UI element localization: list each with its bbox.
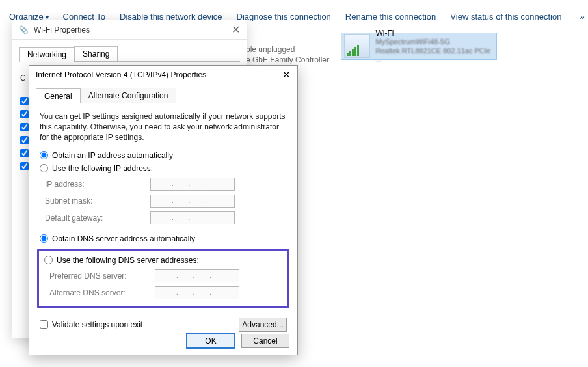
adapter-status-line1: ble unplugged xyxy=(246,44,329,55)
ipv4-description: You can get IP settings assigned automat… xyxy=(40,111,287,143)
radio-ip-auto-label: Obtain an IP address automatically xyxy=(52,151,173,160)
ipv4-tabs: General Alternate Configuration xyxy=(36,88,291,103)
validate-checkbox[interactable] xyxy=(40,320,48,329)
component-checkbox[interactable] xyxy=(20,123,29,131)
ip-group: Obtain an IP address automatically Use t… xyxy=(40,150,287,226)
radio-ip-manual-input[interactable] xyxy=(40,164,48,172)
radio-ip-manual-label: Use the following IP address: xyxy=(52,164,153,173)
radio-ip-auto[interactable]: Obtain an IP address automatically xyxy=(40,150,287,163)
wifi-adapter-text: Wi-Fi MySpectrumWiFi48-5G Realtek RTL882… xyxy=(375,29,494,64)
tab-networking[interactable]: Networking xyxy=(19,47,75,62)
radio-dns-auto[interactable]: Obtain DNS server address automatically xyxy=(40,233,287,246)
wifi-properties-title: Wi-Fi Properties xyxy=(34,25,90,34)
radio-dns-manual-label: Use the following DNS server addresses: xyxy=(57,256,199,265)
signal-bars-icon xyxy=(347,45,359,56)
tab-sharing[interactable]: Sharing xyxy=(74,46,118,61)
component-checkbox[interactable] xyxy=(20,110,29,118)
validate-row: Validate settings upon exit Advanced... xyxy=(40,318,287,332)
alt-dns-input[interactable]: . . . xyxy=(155,286,239,299)
wifi-properties-tabs: Networking Sharing xyxy=(19,46,240,62)
toolbar-overflow-icon[interactable] xyxy=(576,12,584,21)
ipv4-content: You can get IP settings assigned automat… xyxy=(29,103,297,338)
radio-dns-auto-label: Obtain DNS server address automatically xyxy=(52,234,195,243)
ipv4-properties-dialog: Internet Protocol Version 4 (TCP/IPv4) P… xyxy=(29,65,298,355)
wifi-adapter-device: Realtek RTL8821CE 802.11ac PCIe ... xyxy=(375,47,494,64)
ip-address-label: IP address: xyxy=(40,180,150,189)
toolbar-diagnose[interactable]: Diagnose this connection xyxy=(237,12,331,21)
toolbar-rename[interactable]: Rename this connection xyxy=(345,12,436,21)
paperclip-icon: 📎 xyxy=(19,25,29,34)
toolbar-view-status[interactable]: View status of this connection xyxy=(450,12,561,21)
dns-group: Obtain DNS server address automatically … xyxy=(40,233,287,308)
cancel-button[interactable]: Cancel xyxy=(241,334,289,348)
dialog-footer: OK Cancel xyxy=(187,334,289,348)
pref-dns-input[interactable]: . . . xyxy=(155,269,239,282)
alt-dns-label: Alternate DNS server: xyxy=(44,288,155,297)
subnet-input[interactable]: . . . xyxy=(150,195,235,208)
field-pref-dns: Preferred DNS server: . . . xyxy=(44,267,282,284)
field-ip-address: IP address: . . . xyxy=(40,176,287,193)
network-adapter-wifi[interactable]: Wi-Fi MySpectrumWiFi48-5G Realtek RTL882… xyxy=(341,33,497,60)
close-icon[interactable]: ✕ xyxy=(232,23,240,36)
gateway-input[interactable]: . . . xyxy=(150,211,235,224)
radio-ip-manual[interactable]: Use the following IP address: xyxy=(40,163,287,176)
wifi-adapter-icon xyxy=(344,34,370,58)
tab-alternate-config[interactable]: Alternate Configuration xyxy=(80,88,177,103)
radio-dns-manual-input[interactable] xyxy=(44,256,53,264)
dns-manual-highlight: Use the following DNS server addresses: … xyxy=(37,249,289,308)
component-checkbox[interactable] xyxy=(20,162,29,170)
subnet-label: Subnet mask: xyxy=(40,197,150,206)
wifi-properties-titlebar: 📎 Wi-Fi Properties ✕ xyxy=(12,20,247,40)
adapter-status-text: ble unplugged e GbE Family Controller xyxy=(246,44,329,65)
tab-general[interactable]: General xyxy=(36,88,81,103)
ipv4-title: Internet Protocol Version 4 (TCP/IPv4) P… xyxy=(36,70,206,79)
wifi-adapter-ssid: MySpectrumWiFi48-5G xyxy=(375,38,494,46)
ip-address-input[interactable]: . . . xyxy=(150,178,235,191)
pref-dns-label: Preferred DNS server: xyxy=(44,271,155,280)
adapter-status-line2: e GbE Family Controller xyxy=(246,55,329,65)
close-icon[interactable]: ✕ xyxy=(282,69,291,81)
radio-dns-auto-input[interactable] xyxy=(40,234,48,243)
ipv4-titlebar: Internet Protocol Version 4 (TCP/IPv4) P… xyxy=(29,66,297,84)
field-gateway: Default gateway: . . . xyxy=(40,210,287,226)
component-checkbox[interactable] xyxy=(20,136,29,144)
advanced-button[interactable]: Advanced... xyxy=(239,318,287,332)
field-subnet: Subnet mask: . . . xyxy=(40,193,287,210)
radio-ip-auto-input[interactable] xyxy=(40,151,48,159)
radio-dns-manual[interactable]: Use the following DNS server addresses: xyxy=(44,254,282,267)
field-alt-dns: Alternate DNS server: . . . xyxy=(44,284,282,301)
ok-button[interactable]: OK xyxy=(187,334,235,348)
component-checkbox[interactable] xyxy=(20,97,29,105)
wifi-adapter-title: Wi-Fi xyxy=(375,29,494,38)
gateway-label: Default gateway: xyxy=(40,213,150,223)
validate-label: Validate settings upon exit xyxy=(52,320,142,329)
component-checkbox[interactable] xyxy=(20,149,29,157)
